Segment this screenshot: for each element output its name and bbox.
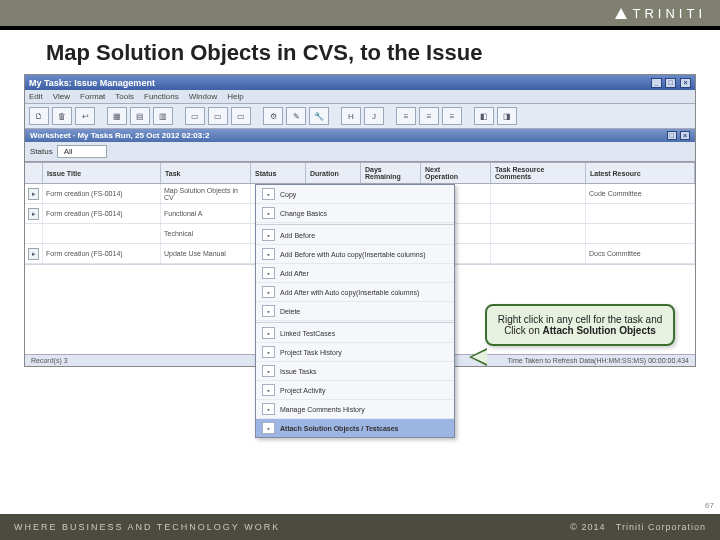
- menubar: Edit View Format Tools Functions Window …: [25, 90, 695, 104]
- menu-functions[interactable]: Functions: [144, 92, 179, 101]
- toolbar-button[interactable]: ▭: [185, 107, 205, 125]
- ws-maximize-button[interactable]: □: [667, 131, 677, 140]
- context-menu: ▪Copy▪Change Basics▪Add Before▪Add Befor…: [255, 184, 455, 438]
- cell-latest[interactable]: Code Committee: [586, 184, 695, 203]
- task-icon: ▪: [262, 365, 275, 377]
- attach-icon: ▪: [262, 422, 275, 434]
- menu-help[interactable]: Help: [227, 92, 243, 101]
- window-title: My Tasks: Issue Management: [29, 78, 155, 88]
- col-task[interactable]: Task: [161, 163, 251, 183]
- menu-tools[interactable]: Tools: [115, 92, 134, 101]
- menu-view[interactable]: View: [53, 92, 70, 101]
- toolbar-button[interactable]: ≡: [419, 107, 439, 125]
- menu-format[interactable]: Format: [80, 92, 105, 101]
- footer-year: 2014: [581, 522, 605, 532]
- menu-window[interactable]: Window: [189, 92, 217, 101]
- context-menu-label: Project Activity: [280, 387, 326, 394]
- toolbar-button[interactable]: ◧: [474, 107, 494, 125]
- context-menu-item[interactable]: ▪Attach Solution Objects / Testcases: [256, 419, 454, 437]
- slide-title: Map Solution Objects in CVS, to the Issu…: [0, 30, 720, 74]
- toolbar-button[interactable]: 🗑: [52, 107, 72, 125]
- col-latest[interactable]: Latest Resourc: [586, 163, 695, 183]
- minimize-button[interactable]: _: [651, 78, 662, 88]
- cell-issue[interactable]: Form creation (FS-0014): [43, 184, 161, 203]
- cell-task[interactable]: Update Use Manual: [161, 244, 251, 263]
- ws-close-button[interactable]: ×: [680, 131, 690, 140]
- delete-icon: ▪: [262, 305, 275, 317]
- toolbar-button[interactable]: ≡: [396, 107, 416, 125]
- cell-latest[interactable]: [586, 204, 695, 223]
- status-filter-field[interactable]: All: [57, 145, 107, 158]
- col-status[interactable]: Status: [251, 163, 306, 183]
- maximize-button[interactable]: □: [665, 78, 676, 88]
- toolbar-button[interactable]: ↩: [75, 107, 95, 125]
- triangle-logo-icon: [615, 8, 627, 19]
- cell-issue[interactable]: Form creation (FS-0014): [43, 204, 161, 223]
- toolbar-button[interactable]: J: [364, 107, 384, 125]
- cell-issue[interactable]: [43, 224, 161, 243]
- footer-right: © 2014 Triniti Corporation: [570, 522, 706, 532]
- toolbar-button[interactable]: ⚙: [263, 107, 283, 125]
- context-menu-item[interactable]: ▪Add Before: [256, 226, 454, 245]
- cell-resource[interactable]: [491, 244, 586, 263]
- cell-task[interactable]: Map Solution Objects in CV: [161, 184, 251, 203]
- grid-header: Issue Title Task Status Duration Days Re…: [25, 162, 695, 184]
- row-add-icon: ▪: [262, 286, 275, 298]
- cell-task[interactable]: Technical: [161, 224, 251, 243]
- cell-issue[interactable]: Form creation (FS-0014): [43, 244, 161, 263]
- cell-latest[interactable]: Docs Committee: [586, 244, 695, 263]
- col-issue[interactable]: Issue Title: [43, 163, 161, 183]
- context-menu-item[interactable]: ▪Add After with Auto copy(Insertable col…: [256, 283, 454, 302]
- main-toolbar: 🗋 🗑 ↩ ▦ ▤ ▥ ▭ ▭ ▭ ⚙ ✎ 🔧 H J ≡ ≡ ≡ ◧ ◨: [25, 104, 695, 129]
- col-days[interactable]: Days Remaining: [361, 163, 421, 183]
- context-menu-item[interactable]: ▪Add After: [256, 264, 454, 283]
- toolbar-button[interactable]: ◨: [497, 107, 517, 125]
- context-menu-label: Attach Solution Objects / Testcases: [280, 425, 399, 432]
- context-menu-label: Delete: [280, 308, 300, 315]
- context-menu-label: Issue Tasks: [280, 368, 316, 375]
- context-menu-item[interactable]: ▪Copy: [256, 185, 454, 204]
- col-next[interactable]: Next Operation: [421, 163, 491, 183]
- brand-bottom-band: WHERE BUSINESS AND TECHNOLOGY WORK © 201…: [0, 514, 720, 540]
- col-resource[interactable]: Task Resource Comments: [491, 163, 586, 183]
- toolbar-button[interactable]: 🗋: [29, 107, 49, 125]
- row-add-icon: ▪: [262, 248, 275, 260]
- context-menu-item[interactable]: ▪Project Activity: [256, 381, 454, 400]
- cell-task[interactable]: Functional A: [161, 204, 251, 223]
- cell-latest[interactable]: [586, 224, 695, 243]
- toolbar-button[interactable]: ✎: [286, 107, 306, 125]
- toolbar-button[interactable]: ▭: [208, 107, 228, 125]
- cell-resource[interactable]: [491, 184, 586, 203]
- worksheet-title: Worksheet · My Tasks Run, 25 Oct 2012 02…: [30, 131, 209, 140]
- toolbar-button[interactable]: ▥: [153, 107, 173, 125]
- context-menu-item[interactable]: ▪Issue Tasks: [256, 362, 454, 381]
- copy-icon: ▪: [262, 188, 275, 200]
- context-menu-label: Manage Comments History: [280, 406, 365, 413]
- activity-icon: ▪: [262, 384, 275, 396]
- context-menu-item[interactable]: ▪Manage Comments History: [256, 400, 454, 419]
- context-menu-item[interactable]: ▪Linked TestCases: [256, 324, 454, 343]
- toolbar-button[interactable]: ▭: [231, 107, 251, 125]
- context-menu-label: Linked TestCases: [280, 330, 335, 337]
- toolbar-button[interactable]: 🔧: [309, 107, 329, 125]
- toolbar-button[interactable]: H: [341, 107, 361, 125]
- toolbar-button[interactable]: ≡: [442, 107, 462, 125]
- row-add-icon: ▪: [262, 229, 275, 241]
- brand-name: TRINITI: [633, 6, 707, 21]
- context-menu-item[interactable]: ▪Change Basics: [256, 204, 454, 223]
- close-button[interactable]: ×: [680, 78, 691, 88]
- context-menu-item[interactable]: ▪Project Task History: [256, 343, 454, 362]
- context-menu-label: Add Before with Auto copy(Insertable col…: [280, 251, 426, 258]
- context-menu-item[interactable]: ▪Add Before with Auto copy(Insertable co…: [256, 245, 454, 264]
- menu-edit[interactable]: Edit: [29, 92, 43, 101]
- context-menu-item[interactable]: ▪Delete: [256, 302, 454, 321]
- window-titlebar: My Tasks: Issue Management _ □ ×: [25, 75, 695, 90]
- col-duration[interactable]: Duration: [306, 163, 361, 183]
- toolbar-button[interactable]: ▤: [130, 107, 150, 125]
- link-icon: ▪: [262, 327, 275, 339]
- cell-resource[interactable]: [491, 204, 586, 223]
- toolbar-button[interactable]: ▦: [107, 107, 127, 125]
- brand-top-band: TRINITI: [0, 0, 720, 26]
- cell-resource[interactable]: [491, 224, 586, 243]
- context-menu-label: Add After: [280, 270, 309, 277]
